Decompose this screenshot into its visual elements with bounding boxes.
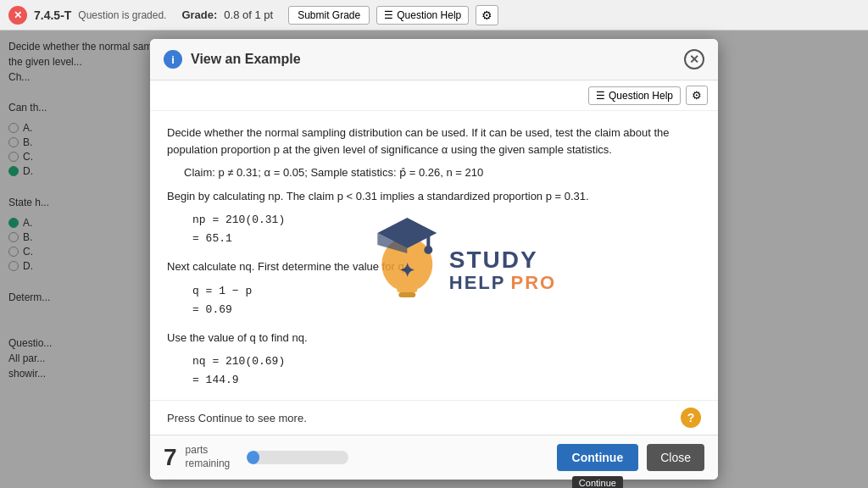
parts-count: 7 [164,444,177,471]
graded-label: Question is graded. [78,9,166,21]
gear-button[interactable]: ⚙ [476,5,498,25]
close-button[interactable]: Close [647,444,704,471]
continue-button[interactable]: Continue [557,444,639,471]
step2-title: Next calculate nq. First determine the v… [167,258,701,275]
progress-bar [247,451,348,464]
submit-grade-button[interactable]: Submit Grade [288,6,370,25]
modal-header: i View an Example ✕ [150,39,718,80]
modal-close-button[interactable]: ✕ [684,49,704,69]
modal-body[interactable]: Decide whether the normal sampling distr… [150,111,718,400]
continue-btn-wrapper: Continue Continue [557,444,639,471]
grade-value: 0.8 of 1 pt [224,8,273,21]
press-continue-bar: Press Continue to see more. ? [150,400,718,435]
parts-label-line1: parts [186,444,231,458]
progress-bar-fill [247,451,259,464]
question-help-button[interactable]: ☰ Question Help [376,6,469,25]
help-circle-button[interactable]: ? [681,408,701,428]
question-id: 7.4.5-T [34,8,71,22]
modal-overlay: i View an Example ✕ ☰ Question Help ⚙ De… [0,30,868,488]
math2-line2: = 0.69 [192,301,701,319]
modal-footer: 7 parts remaining Continue Continue Clos… [150,435,718,480]
math3-line2: = 144.9 [192,371,701,390]
press-continue-text: Press Continue to see more. [167,412,307,424]
list-icon: ☰ [384,9,393,21]
math1-line2: = 65.1 [192,230,701,248]
info-icon: i [164,50,182,69]
close-x-button[interactable]: ✕ [8,6,27,25]
modal-gear-button[interactable]: ⚙ [686,86,708,105]
continue-tooltip: Continue [572,476,623,488]
math-block-2: q = 1 − p = 0.69 [192,282,701,319]
modal-subheader: ☰ Question Help ⚙ [150,80,718,111]
modal-title: View an Example [191,52,684,67]
intro-text: Decide whether the normal sampling distr… [167,125,701,158]
math-block-1: np = 210(0.31) = 65.1 [192,211,701,248]
parts-label: parts remaining [186,444,231,470]
modal-dialog: i View an Example ✕ ☰ Question Help ⚙ De… [150,39,718,480]
math1-line1: np = 210(0.31) [192,211,701,230]
top-bar-left: ✕ 7.4.5-T Question is graded. Grade: 0.8… [8,5,498,25]
math3-line1: nq = 210(0.69) [192,352,701,371]
modal-question-help-button[interactable]: ☰ Question Help [588,86,681,105]
math-block-3: nq = 210(0.69) = 144.9 [192,352,701,390]
grade-label: Grade: [181,8,217,21]
top-bar: ✕ 7.4.5-T Question is graded. Grade: 0.8… [0,0,868,30]
step3-title: Use the value of q to find nq. [167,330,701,347]
step1-title: Begin by calculating np. The claim p < 0… [167,188,701,205]
claim-line: Claim: p ≠ 0.31; α = 0.05; Sample statis… [184,164,701,181]
parts-label-line2: remaining [186,458,231,471]
modal-list-icon: ☰ [596,90,605,102]
math2-line1: q = 1 − p [192,282,701,301]
